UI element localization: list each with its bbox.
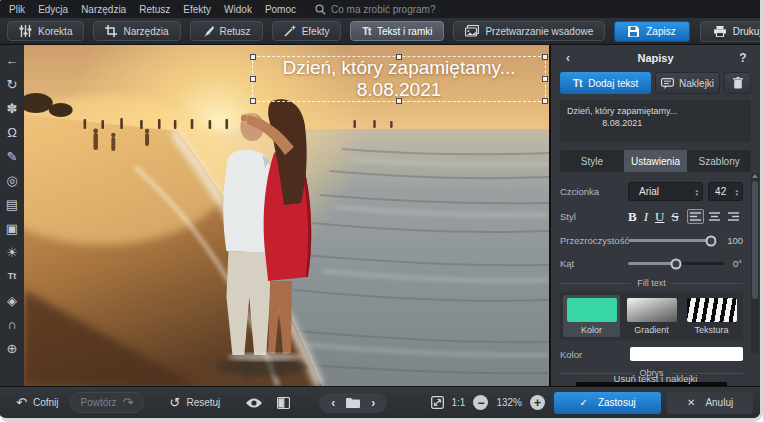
zoom-1-1-button[interactable]: 1:1: [452, 397, 466, 408]
search-input[interactable]: Co ma zrobić program?: [315, 4, 435, 15]
panel-back-button[interactable]: ‹: [560, 51, 576, 65]
opacity-slider-knob[interactable]: [705, 235, 716, 246]
help-button[interactable]: ?: [735, 51, 751, 65]
underline-button[interactable]: U: [655, 209, 664, 225]
effects-tool[interactable]: ✽: [1, 96, 23, 120]
preview-line-2: 8.08.2021: [567, 117, 677, 129]
radial-filter-tool[interactable]: ◎: [1, 168, 23, 192]
add-text-label: Dodaj tekst: [588, 78, 638, 89]
brush-icon: ✎: [7, 150, 18, 163]
resize-handle-sw[interactable]: [250, 98, 256, 104]
delete-button[interactable]: [724, 72, 751, 94]
color-splash-tool[interactable]: ◈: [1, 288, 23, 312]
strikethrough-button[interactable]: S: [671, 209, 678, 225]
delete-text-and-stickers-link[interactable]: Usuń tekst i naklejki: [551, 373, 760, 384]
folder-icon[interactable]: [346, 397, 360, 408]
save-icon: [628, 26, 639, 37]
cancel-button[interactable]: ✕ Anuluj: [667, 392, 753, 414]
resize-handle-w[interactable]: [250, 76, 256, 82]
tab-label: Korekta: [38, 26, 72, 37]
menu-edycja[interactable]: Edycja: [38, 4, 68, 15]
redo-button[interactable]: Powtórz ↷: [70, 392, 143, 413]
opacity-slider-fill: [628, 239, 711, 242]
opacity-value: 100: [727, 235, 743, 246]
photo-canvas[interactable]: Dzień, który zapamiętamy... 8.08.2021: [24, 45, 550, 386]
fill-gradient-label: Gradient: [634, 325, 669, 335]
before-after-button[interactable]: [271, 394, 296, 412]
crosshair-tool[interactable]: ⊕: [1, 336, 23, 360]
resize-handle-nw[interactable]: [250, 54, 256, 60]
tab-narzedzia[interactable]: Narzędzia: [93, 21, 180, 41]
opacity-slider[interactable]: [628, 239, 718, 242]
tab-korekta[interactable]: Korekta: [7, 21, 84, 41]
next-photo-button[interactable]: ›: [371, 396, 375, 410]
align-left-button[interactable]: [687, 209, 704, 224]
print-button[interactable]: Drukuj: [700, 21, 763, 42]
menu-plik[interactable]: Plik: [9, 4, 25, 15]
cancel-label: Anuluj: [705, 397, 733, 408]
menu-widok[interactable]: Widok: [224, 4, 252, 15]
apply-button[interactable]: ✓ Zastosuj: [554, 392, 661, 414]
tab-szablony[interactable]: Szablony: [687, 150, 751, 172]
menu-retusz[interactable]: Retusz: [139, 4, 170, 15]
text-selection-box[interactable]: Dzień, który zapamiętamy... 8.08.2021: [252, 56, 546, 102]
italic-button[interactable]: I: [644, 209, 648, 225]
fill-color-option[interactable]: Kolor: [563, 295, 620, 337]
save-button[interactable]: Zapisz: [614, 21, 689, 42]
resize-handle-s[interactable]: [396, 98, 402, 104]
add-text-button[interactable]: Tt Dodaj tekst: [560, 72, 651, 94]
brush-tool[interactable]: ✎: [1, 144, 23, 168]
search-icon: [315, 4, 326, 15]
scrollbar-thumb[interactable]: [752, 181, 758, 299]
panel-scrollbar[interactable]: [751, 173, 759, 354]
clone-stamp-tool[interactable]: Ω: [1, 120, 23, 144]
resize-handle-se[interactable]: [542, 98, 548, 104]
zoom-in-button[interactable]: +: [530, 395, 545, 410]
text-color-picker[interactable]: [630, 347, 743, 361]
panel-tabs: Style Ustawienia Szablony: [560, 150, 751, 172]
file-navigation: ‹ ›: [319, 393, 387, 413]
curve-tool[interactable]: ∩: [1, 312, 23, 336]
previous-photo-button[interactable]: ‹: [331, 396, 335, 410]
menu-pomoc[interactable]: Pomoc: [265, 4, 296, 15]
stickers-button[interactable]: Naklejki: [655, 72, 720, 94]
film-frames-tool[interactable]: ▤: [1, 192, 23, 216]
tab-przetwarzanie-wsadowe[interactable]: Przetwarzanie wsadowe: [453, 21, 605, 41]
film-frames-icon: ▤: [6, 198, 18, 211]
back-tool[interactable]: ←: [1, 48, 23, 72]
text-tool-icon: Tt: [8, 272, 17, 281]
fill-gradient-option[interactable]: Gradient: [623, 295, 680, 337]
tab-style[interactable]: Style: [560, 150, 624, 172]
angle-slider[interactable]: [628, 262, 724, 265]
undo-button[interactable]: ↶ Cofnij: [7, 393, 67, 412]
rotate-tool[interactable]: ↻: [1, 72, 23, 96]
brightness-tool[interactable]: ☀: [1, 240, 23, 264]
preview-original-button[interactable]: [240, 395, 268, 411]
photo-caption[interactable]: Dzień, który zapamiętamy... 8.08.2021: [253, 57, 545, 101]
font-family-select[interactable]: Arial ▴▾: [628, 182, 703, 201]
tab-efekty[interactable]: Efekty: [272, 21, 342, 41]
resize-handle-ne[interactable]: [542, 54, 548, 60]
zoom-out-button[interactable]: −: [473, 395, 488, 410]
resize-handle-n[interactable]: [396, 54, 402, 60]
tab-ustawienia[interactable]: Ustawienia: [624, 150, 688, 172]
tab-tekst-i-ramki[interactable]: Tt Tekst i ramki: [350, 21, 444, 41]
bold-button[interactable]: B: [628, 209, 637, 225]
menu-narzedzia[interactable]: Narzędzia: [81, 4, 126, 15]
fill-texture-option[interactable]: Tekstura: [683, 295, 740, 337]
crosshair-icon: ⊕: [7, 342, 18, 355]
scrollbar-up-arrow[interactable]: [752, 174, 758, 178]
fill-color-label: Kolor: [581, 325, 602, 335]
text-tool[interactable]: Tt: [1, 264, 23, 288]
text-layer-preview[interactable]: Dzień, który zapamiętamy... 8.08.2021: [560, 100, 751, 142]
align-right-button[interactable]: [725, 209, 742, 224]
vignette-tool[interactable]: ▣: [1, 216, 23, 240]
tab-retusz[interactable]: Retusz: [190, 21, 263, 41]
fit-screen-icon[interactable]: [431, 396, 444, 409]
align-center-button[interactable]: [706, 209, 723, 224]
reset-button[interactable]: ↺ Resetuj: [161, 393, 230, 412]
menu-efekty[interactable]: Efekty: [183, 4, 211, 15]
font-size-stepper[interactable]: 42 ▴▾: [708, 182, 743, 201]
resize-handle-e[interactable]: [542, 76, 548, 82]
angle-slider-knob[interactable]: [671, 258, 682, 269]
